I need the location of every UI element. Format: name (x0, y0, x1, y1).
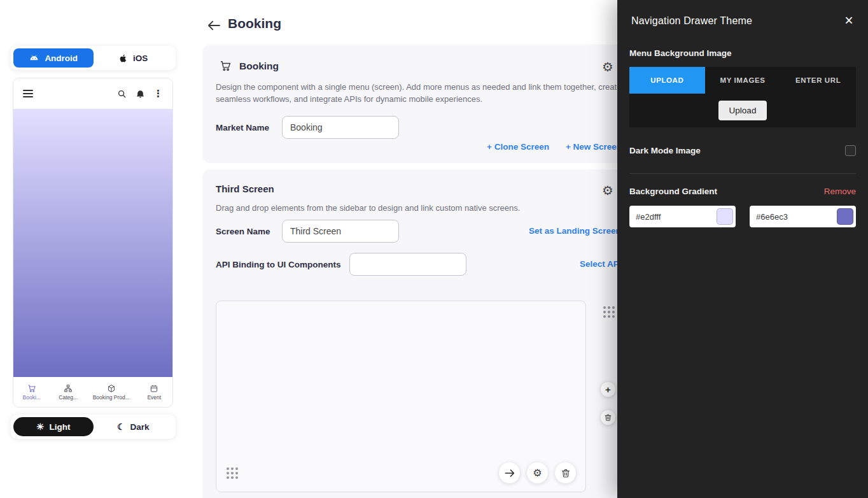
upload-button[interactable]: Upload (718, 101, 767, 120)
menu-background-image-label: Menu Background Image (629, 48, 856, 58)
close-icon[interactable]: × (840, 11, 858, 29)
back-arrow-icon (207, 20, 221, 31)
mode-toggle: ☀ Light ☾ Dark (11, 415, 176, 439)
market-name-label: Market Name (216, 123, 282, 132)
cart-icon (220, 60, 232, 72)
android-toggle-button[interactable]: Android (13, 48, 94, 68)
drag-handle-icon[interactable] (603, 306, 615, 318)
market-name-input[interactable] (282, 116, 399, 139)
gear-icon[interactable]: ⚙ (599, 182, 616, 199)
page-title: Booking (228, 16, 281, 31)
screen-card: Third Screen ⚙ Drag and drop elements fr… (202, 169, 668, 498)
trash-icon (604, 413, 612, 422)
phone-screen (13, 109, 172, 377)
phone-nav-label: Booki... (23, 394, 41, 401)
calendar-icon (150, 384, 158, 393)
apple-icon (118, 53, 128, 63)
phone-nav-item-booking-product[interactable]: Booking Prod... (87, 384, 136, 401)
screen-name-label: Screen Name (216, 227, 282, 236)
navigation-drawer-theme-panel: Navigation Drawer Theme × Menu Backgroun… (617, 0, 868, 498)
remove-gradient-link[interactable]: Remove (824, 187, 856, 196)
arrow-right-icon (504, 467, 515, 479)
gradient-swatch-2[interactable] (837, 208, 853, 225)
new-screen-link[interactable]: + New Screen (566, 142, 622, 152)
tab-enter-url[interactable]: ENTER URL (780, 67, 856, 94)
booking-card-description: Design the component with a single menu … (216, 82, 626, 106)
phone-nav-item-booking[interactable]: Booki... (13, 384, 50, 401)
dark-mode-button[interactable]: ☾ Dark (94, 417, 174, 436)
ios-toggle-button[interactable]: iOS (94, 48, 174, 68)
moon-icon: ☾ (117, 422, 125, 431)
bell-icon[interactable] (135, 89, 145, 99)
navigate-button[interactable] (499, 462, 520, 483)
upload-area: Upload (629, 94, 856, 127)
gradient-swatch-1[interactable] (717, 208, 733, 225)
gradient-color-field-2 (750, 206, 856, 227)
light-mode-label: Light (50, 422, 71, 432)
gear-icon[interactable]: ⚙ (599, 59, 616, 75)
booking-card: Booking ⚙ Design the component with a si… (202, 45, 668, 163)
gear-icon[interactable]: ⚙ (527, 462, 548, 483)
panel-title: Navigation Drawer Theme (631, 15, 752, 26)
screen-canvas-dropzone[interactable]: ⚙ (216, 301, 586, 492)
phone-preview: ⋮ Booki... Categ (13, 78, 173, 408)
tab-my-images[interactable]: MY IMAGES (705, 67, 781, 94)
sun-icon: ☀ (36, 422, 45, 431)
dark-mode-image-checkbox[interactable] (845, 145, 856, 156)
gradient-color-input-2[interactable] (756, 212, 820, 222)
delete-screen-button[interactable] (601, 410, 615, 425)
screen-card-description: Drag and drop elements from the sidebar … (216, 203, 598, 215)
screen-name-input[interactable] (282, 220, 399, 243)
cart-icon (27, 384, 36, 393)
app-root: Android iOS ⋮ (0, 0, 868, 498)
screen-card-title: Third Screen (216, 183, 274, 194)
hamburger-icon[interactable] (23, 88, 33, 99)
back-button[interactable] (206, 17, 222, 34)
dark-mode-image-label: Dark Mode Image (629, 146, 701, 155)
divider (629, 173, 856, 174)
set-landing-screen-link[interactable]: Set as Landing Screen (529, 226, 621, 236)
phone-top-bar: ⋮ (13, 78, 172, 109)
phone-nav-item-event[interactable]: Event (136, 384, 172, 401)
android-toggle-label: Android (45, 53, 78, 63)
light-mode-button[interactable]: ☀ Light (13, 417, 94, 436)
gradient-color-input-1[interactable] (636, 212, 699, 222)
phone-nav-label: Event (147, 394, 161, 401)
search-icon[interactable] (116, 89, 127, 99)
phone-bottom-nav: Booki... Categ... Booking Prod... (13, 377, 172, 407)
api-binding-input[interactable] (349, 253, 466, 276)
phone-nav-label: Categ... (59, 394, 78, 401)
product-icon (107, 384, 116, 393)
plus-icon: + (605, 385, 611, 394)
booking-card-title: Booking (239, 60, 279, 72)
drag-handle-icon[interactable] (227, 467, 238, 479)
phone-nav-item-category[interactable]: Categ... (50, 384, 86, 401)
phone-nav-label: Booking Prod... (93, 394, 130, 401)
gradient-color-field-1 (629, 206, 736, 227)
background-gradient-label: Background Gradient (629, 187, 717, 196)
clone-screen-link[interactable]: + Clone Screen (487, 142, 549, 152)
add-component-button[interactable]: + (601, 382, 615, 397)
api-binding-label: API Binding to UI Components (216, 260, 349, 269)
trash-icon[interactable] (555, 462, 576, 483)
android-icon (29, 55, 39, 61)
tab-upload[interactable]: UPLOAD (629, 67, 705, 94)
select-api-link[interactable]: Select API (580, 259, 622, 269)
image-source-tabs: UPLOAD MY IMAGES ENTER URL (629, 67, 856, 94)
ios-toggle-label: iOS (133, 53, 148, 63)
kebab-menu-icon[interactable]: ⋮ (153, 88, 163, 99)
category-icon (64, 384, 73, 393)
platform-toggle: Android iOS (11, 46, 176, 70)
dark-mode-label: Dark (130, 422, 150, 432)
